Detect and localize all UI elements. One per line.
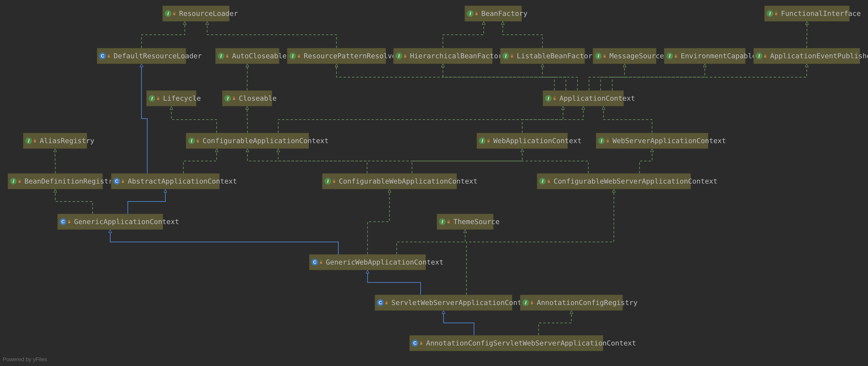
lock-icon [156,96,160,100]
edge-implements [278,106,563,133]
node-icons: C [377,299,389,306]
uml-node-WebApplicationContext[interactable]: IWebApplicationContext [477,133,568,149]
interface-icon: I [25,137,32,144]
node-label: AnnotationConfigServletWebServerApplicat… [426,340,636,346]
node-icons: C [99,53,111,59]
uml-node-HierarchicalBeanFactory[interactable]: IHierarchicalBeanFactory [393,48,493,64]
class-icon: C [114,178,120,185]
node-icons: I [479,137,491,144]
uml-node-Closeable[interactable]: ICloseable [222,91,272,106]
uml-node-DefaultResourceLoader[interactable]: CDefaultResourceLoader [97,48,186,64]
uml-node-BeanDefinitionRegistry[interactable]: IBeanDefinitionRegistry [8,173,103,189]
node-label: AutoCloseable [232,53,287,60]
uml-node-MessageSource[interactable]: IMessageSource [593,48,656,64]
uml-node-ServletWebServerApplicationContext[interactable]: CServletWebServerApplicationContext [375,295,512,311]
node-icons: I [598,137,610,144]
uml-node-AnnotationConfigServletWebServerApplicationContext[interactable]: CAnnotationConfigServletWebServerApplica… [409,335,603,351]
uml-node-AliasRegistry[interactable]: IAliasRegistry [23,133,87,149]
uml-node-AutoCloseable[interactable]: IAutoCloseable [215,48,279,64]
node-label: GenericWebApplicationContext [326,259,443,266]
uml-node-ConfigurableWebApplicationContext[interactable]: IConfigurableWebApplicationContext [322,173,457,189]
node-label: AnnotationConfigRegistry [537,299,638,306]
node-icons: I [324,178,336,185]
uml-node-ApplicationEventPublisher[interactable]: IApplicationEventPublisher [753,48,860,64]
uml-node-BeanFactory[interactable]: IBeanFactory [465,6,522,22]
node-label: HierarchicalBeanFactory [410,53,507,60]
lock-icon [530,301,534,305]
interface-icon: I [539,178,546,185]
edge-implements [539,311,571,335]
interface-icon: I [467,10,473,17]
interface-icon: I [439,219,446,225]
node-label: FunctionalInterface [781,10,861,17]
lock-icon [225,54,229,58]
interface-icon: I [502,53,509,59]
node-label: BeanFactory [481,10,527,17]
edge-implements [640,149,652,173]
edge-implements [278,149,588,173]
interface-icon: I [165,10,172,17]
uml-node-AbstractApplicationContext[interactable]: CAbstractApplicationContext [111,173,220,189]
interface-icon: I [756,53,762,59]
node-label: ThemeSource [454,218,499,225]
lock-icon [510,54,514,58]
uml-node-Lifecycle[interactable]: ILifecycle [146,91,196,106]
node-label: BeanDefinitionRegistry [24,178,117,185]
interface-icon: I [149,95,155,102]
lock-icon [552,96,557,100]
node-icons: I [767,10,778,17]
lock-icon [602,54,607,58]
edge-implements [337,64,554,91]
uml-node-ListableBeanFactory[interactable]: IListableBeanFactory [500,48,585,64]
lock-icon [319,260,323,264]
uml-node-ApplicationContext[interactable]: IApplicationContext [543,91,624,106]
node-icons: I [396,53,407,59]
uml-node-GenericWebApplicationContext[interactable]: CGenericWebApplicationContext [309,254,426,270]
interface-icon: I [595,53,602,59]
lock-icon [547,179,551,184]
edge-extends [142,64,147,173]
uml-node-EnvironmentCapable[interactable]: IEnvironmentCapable [664,48,745,64]
node-label: ListableBeanFactory [517,53,597,60]
node-icons: I [10,178,22,185]
edge-implements [542,64,578,91]
lock-icon [486,139,491,143]
edge-implements [247,106,248,133]
uml-node-ResourceLoader[interactable]: IResourceLoader [162,6,229,22]
node-label: ApplicationContext [559,95,635,102]
uml-node-ResourcePatternResolver[interactable]: IResourcePatternResolver [287,48,386,64]
node-icons: I [666,53,678,59]
node-icons: I [522,299,534,306]
lock-icon [474,11,478,16]
edge-implements [55,149,55,173]
node-icons: I [756,53,767,59]
node-label: WebServerApplicationContext [613,137,726,144]
uml-node-ThemeSource[interactable]: IThemeSource [437,214,494,230]
edge-extends [368,270,421,295]
interface-icon: I [289,53,296,59]
node-label: EnvironmentCapable [681,53,756,60]
uml-node-WebServerApplicationContext[interactable]: IWebServerApplicationContext [596,133,708,149]
node-label: AbstractApplicationContext [128,178,237,185]
edge-implements [589,64,624,91]
lock-icon [172,11,176,16]
diagram-canvas[interactable]: IResourceLoaderIBeanFactoryIFunctionalIn… [0,0,868,366]
uml-node-AnnotationConfigRegistry[interactable]: IAnnotationConfigRegistry [520,295,623,311]
uml-node-FunctionalInterface[interactable]: IFunctionalInterface [764,6,849,22]
uml-node-ConfigurableApplicationContext[interactable]: IConfigurableApplicationContext [186,133,309,149]
interface-icon: I [218,53,224,59]
lock-icon [67,220,71,224]
node-label: Closeable [239,95,277,102]
node-label: MessageSource [610,53,664,60]
edge-implements [368,189,390,254]
node-icons: C [60,219,71,225]
node-icons: I [165,10,176,17]
node-label: ConfigurableWebApplicationContext [339,178,477,185]
lock-icon [332,179,336,184]
uml-node-GenericApplicationContext[interactable]: CGenericApplicationContext [57,214,163,230]
uml-node-ConfigurableWebServerApplicationContext[interactable]: IConfigurableWebServerApplicationContext [537,173,691,189]
interface-icon: I [396,53,402,59]
lock-icon [774,11,778,16]
node-label: GenericApplicationContext [74,218,179,225]
lock-icon [606,139,610,143]
